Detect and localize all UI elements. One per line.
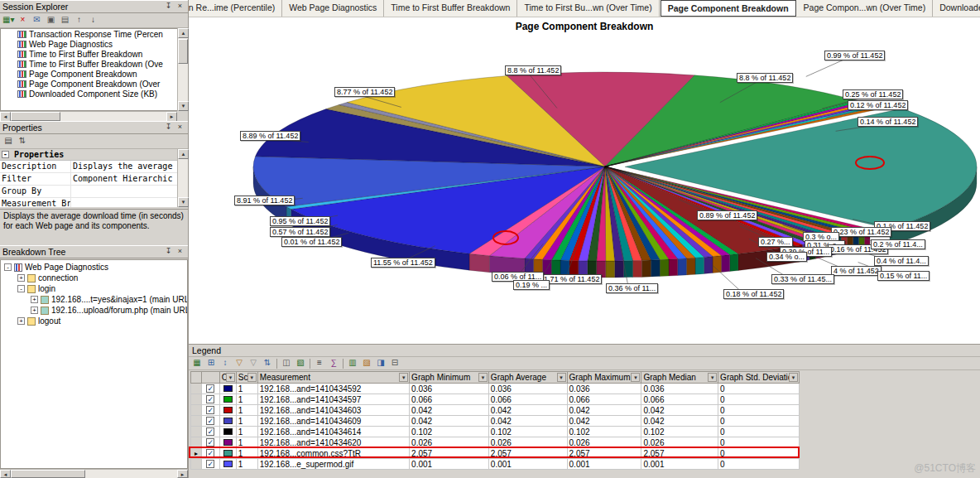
- avg-cell[interactable]: 0.042: [488, 405, 567, 416]
- max-cell[interactable]: 0.026: [567, 437, 641, 448]
- legend-row[interactable]: ✓1192.168...and=14104345970.0660.0660.06…: [191, 394, 800, 405]
- session-graph-item[interactable]: Time to First Buffer Breakdown (Ove: [1, 59, 177, 69]
- median-cell[interactable]: 0.042: [641, 416, 718, 427]
- std-cell[interactable]: 0: [718, 437, 800, 448]
- measurement-cell[interactable]: 192.168...and=1410434592: [257, 384, 409, 394]
- scroll-right-icon[interactable]: ►: [177, 470, 188, 478]
- property-value[interactable]: [71, 186, 177, 197]
- tab-1[interactable]: on Re...ime (Percentile): [189, 0, 282, 17]
- column-dropdown-icon[interactable]: ▼: [399, 373, 408, 382]
- avg-cell[interactable]: 0.036: [488, 384, 567, 394]
- row-selector[interactable]: [191, 394, 202, 405]
- tab-6[interactable]: Page Compon...wn (Over Time): [797, 0, 934, 17]
- checkbox[interactable]: ✓: [206, 427, 214, 436]
- row-selector[interactable]: [191, 459, 202, 470]
- checkbox[interactable]: ✓: [206, 449, 214, 457]
- max-cell[interactable]: 0.001: [567, 459, 641, 470]
- avg-cell[interactable]: 0.001: [488, 459, 567, 470]
- session-explorer-titlebar[interactable]: Session Explorer ↧ ×: [0, 0, 188, 13]
- median-cell[interactable]: 0.001: [641, 459, 718, 470]
- min-cell[interactable]: 2.057: [410, 448, 489, 459]
- std-cell[interactable]: 0: [718, 394, 800, 405]
- property-value[interactable]: [71, 198, 177, 207]
- expand-icon[interactable]: +: [17, 317, 25, 325]
- measurement-cell[interactable]: 192.168...and=1410434603: [257, 405, 409, 416]
- std-cell[interactable]: 0: [718, 405, 800, 416]
- min-cell[interactable]: 0.026: [410, 437, 489, 448]
- column-dropdown-icon[interactable]: ▼: [226, 373, 235, 382]
- measurement-cell[interactable]: 192.168...and=1410434614: [257, 427, 409, 437]
- measurement-cell[interactable]: 192.168...e_supermod.gif: [257, 459, 409, 470]
- scale-cell[interactable]: 1: [236, 448, 257, 459]
- tree-node[interactable]: -Web Page Diagnostics: [1, 262, 187, 273]
- auto-scale-icon[interactable]: ↕: [219, 357, 232, 369]
- legend-row[interactable]: ✓1192.168...e_supermod.gif0.0010.0010.00…: [191, 459, 800, 470]
- categorized-icon[interactable]: ▤: [2, 135, 15, 147]
- session-graph-item[interactable]: Transaction Response Time (Percen: [1, 29, 177, 39]
- std-cell[interactable]: 0: [718, 427, 800, 437]
- max-cell[interactable]: 0.066: [567, 394, 641, 405]
- scale-cell[interactable]: 1: [236, 437, 257, 448]
- column-dropdown-icon[interactable]: ▼: [789, 373, 798, 382]
- set-scale-icon[interactable]: ⊞: [204, 357, 218, 369]
- column-dropdown-icon[interactable]: ▼: [247, 373, 257, 382]
- checkbox[interactable]: ✓: [206, 406, 214, 414]
- property-row[interactable]: FilterComponent Hierarchic: [0, 173, 177, 186]
- session-graph-item[interactable]: Time to First Buffer Breakdown: [1, 49, 177, 59]
- scroll-down-icon[interactable]: ▼: [178, 101, 189, 111]
- property-row[interactable]: DescriptionDisplays the average: [0, 161, 177, 173]
- min-cell[interactable]: 0.036: [410, 384, 489, 394]
- avg-cell[interactable]: 2.057: [488, 448, 567, 459]
- measurement-description-icon[interactable]: ≡: [313, 357, 326, 369]
- avg-cell[interactable]: 0.042: [488, 416, 567, 427]
- show-hide-cell[interactable]: ✓: [201, 394, 219, 405]
- scroll-left-icon[interactable]: ◄: [0, 470, 11, 478]
- column-header[interactable]: [201, 372, 219, 384]
- break-down-icon[interactable]: ▨: [360, 357, 373, 369]
- filter-icon[interactable]: ▽: [233, 357, 246, 369]
- scroll-thumb[interactable]: [178, 39, 188, 64]
- view-as-graph-icon[interactable]: ◨: [374, 357, 387, 369]
- min-cell[interactable]: 0.001: [410, 459, 489, 470]
- median-cell[interactable]: 0.036: [641, 384, 718, 394]
- column-header[interactable]: [191, 372, 202, 384]
- std-cell[interactable]: 0: [718, 416, 800, 427]
- collapse-icon[interactable]: -: [4, 263, 12, 271]
- scale-cell[interactable]: 1: [236, 384, 257, 394]
- sort-icon[interactable]: ⇅: [261, 357, 274, 369]
- median-cell[interactable]: 0.102: [641, 427, 718, 437]
- close-icon[interactable]: ×: [175, 2, 185, 12]
- property-value[interactable]: Component Hierarchic: [71, 173, 177, 185]
- tab-5[interactable]: Page Component Breakdown: [661, 0, 796, 17]
- report-icon[interactable]: ✉: [30, 14, 43, 27]
- scroll-up-icon[interactable]: ▲: [178, 149, 189, 159]
- scale-cell[interactable]: 1: [236, 416, 257, 427]
- max-cell[interactable]: 0.102: [567, 427, 641, 437]
- show-hide-cell[interactable]: ✓: [201, 405, 219, 416]
- column-header[interactable]: Graph Average▼: [488, 372, 567, 384]
- avg-cell[interactable]: 0.026: [488, 437, 567, 448]
- expand-icon[interactable]: +: [17, 274, 25, 282]
- tree-node[interactable]: +192.16...upload/forum.php (main URL): [1, 305, 187, 316]
- checkbox[interactable]: ✓: [206, 395, 214, 403]
- legend-row[interactable]: ✓1192.168...and=14104346030.0420.0420.04…: [191, 405, 800, 416]
- view-as-table-icon[interactable]: ⊟: [388, 357, 401, 369]
- column-header[interactable]: Graph Maximum▼: [567, 372, 641, 384]
- scale-cell[interactable]: 1: [236, 394, 257, 405]
- measurement-cell[interactable]: 192.168...and=1410434620: [257, 437, 409, 448]
- scroll-thumb[interactable]: [11, 112, 60, 121]
- scroll-up-icon[interactable]: ▲: [178, 28, 189, 38]
- move-up-icon[interactable]: ↑: [72, 14, 85, 27]
- column-dropdown-icon[interactable]: ▼: [557, 373, 566, 382]
- new-graph-icon[interactable]: ▦▾: [2, 14, 15, 27]
- tree-node[interactable]: -login: [1, 283, 187, 294]
- max-cell[interactable]: 0.042: [567, 405, 641, 416]
- web-page-breakdown-icon[interactable]: ▥: [346, 357, 359, 369]
- max-cell[interactable]: 0.042: [567, 416, 641, 427]
- breakdown-tree-titlebar[interactable]: Breakdown Tree ↧ ×: [0, 245, 188, 258]
- property-row[interactable]: Measurement Breakd: [0, 198, 177, 207]
- scale-cell[interactable]: 1: [236, 459, 257, 470]
- column-header[interactable]: Col▼: [219, 372, 236, 384]
- tree-node[interactable]: +connection: [1, 273, 187, 283]
- row-selector[interactable]: [191, 437, 202, 448]
